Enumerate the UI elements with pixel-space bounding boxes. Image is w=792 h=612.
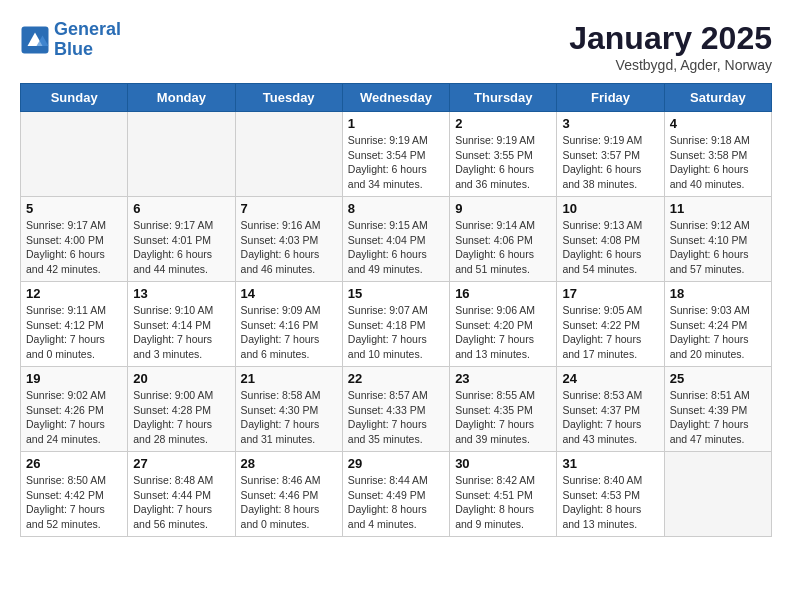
day-number: 15 xyxy=(348,286,444,301)
logo-line2: Blue xyxy=(54,40,121,60)
day-info: Sunrise: 9:15 AM Sunset: 4:04 PM Dayligh… xyxy=(348,218,444,277)
day-number: 17 xyxy=(562,286,658,301)
calendar-cell: 18Sunrise: 9:03 AM Sunset: 4:24 PM Dayli… xyxy=(664,282,771,367)
calendar-cell xyxy=(128,112,235,197)
day-number: 8 xyxy=(348,201,444,216)
day-number: 18 xyxy=(670,286,766,301)
day-info: Sunrise: 9:07 AM Sunset: 4:18 PM Dayligh… xyxy=(348,303,444,362)
calendar-cell: 9Sunrise: 9:14 AM Sunset: 4:06 PM Daylig… xyxy=(450,197,557,282)
subtitle: Vestbygd, Agder, Norway xyxy=(569,57,772,73)
calendar-cell: 17Sunrise: 9:05 AM Sunset: 4:22 PM Dayli… xyxy=(557,282,664,367)
day-header-thursday: Thursday xyxy=(450,84,557,112)
logo: General Blue xyxy=(20,20,121,60)
day-number: 28 xyxy=(241,456,337,471)
calendar-cell: 11Sunrise: 9:12 AM Sunset: 4:10 PM Dayli… xyxy=(664,197,771,282)
day-number: 12 xyxy=(26,286,122,301)
day-info: Sunrise: 9:09 AM Sunset: 4:16 PM Dayligh… xyxy=(241,303,337,362)
calendar-cell: 4Sunrise: 9:18 AM Sunset: 3:58 PM Daylig… xyxy=(664,112,771,197)
calendar-cell: 30Sunrise: 8:42 AM Sunset: 4:51 PM Dayli… xyxy=(450,452,557,537)
day-number: 11 xyxy=(670,201,766,216)
week-row-2: 5Sunrise: 9:17 AM Sunset: 4:00 PM Daylig… xyxy=(21,197,772,282)
day-header-sunday: Sunday xyxy=(21,84,128,112)
logo-text: General Blue xyxy=(54,20,121,60)
week-row-5: 26Sunrise: 8:50 AM Sunset: 4:42 PM Dayli… xyxy=(21,452,772,537)
calendar-cell: 8Sunrise: 9:15 AM Sunset: 4:04 PM Daylig… xyxy=(342,197,449,282)
day-number: 7 xyxy=(241,201,337,216)
day-number: 3 xyxy=(562,116,658,131)
day-number: 24 xyxy=(562,371,658,386)
day-number: 9 xyxy=(455,201,551,216)
day-header-friday: Friday xyxy=(557,84,664,112)
day-info: Sunrise: 8:46 AM Sunset: 4:46 PM Dayligh… xyxy=(241,473,337,532)
page-header: General Blue January 2025 Vestbygd, Agde… xyxy=(20,20,772,73)
day-info: Sunrise: 9:00 AM Sunset: 4:28 PM Dayligh… xyxy=(133,388,229,447)
calendar-cell: 12Sunrise: 9:11 AM Sunset: 4:12 PM Dayli… xyxy=(21,282,128,367)
day-info: Sunrise: 9:10 AM Sunset: 4:14 PM Dayligh… xyxy=(133,303,229,362)
day-info: Sunrise: 8:57 AM Sunset: 4:33 PM Dayligh… xyxy=(348,388,444,447)
day-number: 4 xyxy=(670,116,766,131)
calendar-cell: 16Sunrise: 9:06 AM Sunset: 4:20 PM Dayli… xyxy=(450,282,557,367)
day-number: 14 xyxy=(241,286,337,301)
calendar-cell: 21Sunrise: 8:58 AM Sunset: 4:30 PM Dayli… xyxy=(235,367,342,452)
calendar-cell: 15Sunrise: 9:07 AM Sunset: 4:18 PM Dayli… xyxy=(342,282,449,367)
day-info: Sunrise: 9:19 AM Sunset: 3:54 PM Dayligh… xyxy=(348,133,444,192)
day-info: Sunrise: 9:11 AM Sunset: 4:12 PM Dayligh… xyxy=(26,303,122,362)
day-number: 26 xyxy=(26,456,122,471)
calendar-cell: 6Sunrise: 9:17 AM Sunset: 4:01 PM Daylig… xyxy=(128,197,235,282)
day-number: 16 xyxy=(455,286,551,301)
day-info: Sunrise: 9:13 AM Sunset: 4:08 PM Dayligh… xyxy=(562,218,658,277)
day-info: Sunrise: 9:12 AM Sunset: 4:10 PM Dayligh… xyxy=(670,218,766,277)
day-info: Sunrise: 9:14 AM Sunset: 4:06 PM Dayligh… xyxy=(455,218,551,277)
calendar-cell: 24Sunrise: 8:53 AM Sunset: 4:37 PM Dayli… xyxy=(557,367,664,452)
day-number: 25 xyxy=(670,371,766,386)
day-info: Sunrise: 9:19 AM Sunset: 3:55 PM Dayligh… xyxy=(455,133,551,192)
day-info: Sunrise: 9:19 AM Sunset: 3:57 PM Dayligh… xyxy=(562,133,658,192)
calendar-cell: 25Sunrise: 8:51 AM Sunset: 4:39 PM Dayli… xyxy=(664,367,771,452)
calendar-cell: 31Sunrise: 8:40 AM Sunset: 4:53 PM Dayli… xyxy=(557,452,664,537)
calendar-cell: 7Sunrise: 9:16 AM Sunset: 4:03 PM Daylig… xyxy=(235,197,342,282)
day-info: Sunrise: 9:05 AM Sunset: 4:22 PM Dayligh… xyxy=(562,303,658,362)
calendar-cell: 22Sunrise: 8:57 AM Sunset: 4:33 PM Dayli… xyxy=(342,367,449,452)
week-row-3: 12Sunrise: 9:11 AM Sunset: 4:12 PM Dayli… xyxy=(21,282,772,367)
calendar-cell: 28Sunrise: 8:46 AM Sunset: 4:46 PM Dayli… xyxy=(235,452,342,537)
calendar-cell xyxy=(664,452,771,537)
week-row-4: 19Sunrise: 9:02 AM Sunset: 4:26 PM Dayli… xyxy=(21,367,772,452)
day-info: Sunrise: 8:55 AM Sunset: 4:35 PM Dayligh… xyxy=(455,388,551,447)
day-number: 10 xyxy=(562,201,658,216)
calendar-cell: 1Sunrise: 9:19 AM Sunset: 3:54 PM Daylig… xyxy=(342,112,449,197)
day-number: 22 xyxy=(348,371,444,386)
day-number: 5 xyxy=(26,201,122,216)
calendar-cell: 10Sunrise: 9:13 AM Sunset: 4:08 PM Dayli… xyxy=(557,197,664,282)
day-info: Sunrise: 9:06 AM Sunset: 4:20 PM Dayligh… xyxy=(455,303,551,362)
calendar-cell: 13Sunrise: 9:10 AM Sunset: 4:14 PM Dayli… xyxy=(128,282,235,367)
day-info: Sunrise: 8:42 AM Sunset: 4:51 PM Dayligh… xyxy=(455,473,551,532)
calendar-header-row: SundayMondayTuesdayWednesdayThursdayFrid… xyxy=(21,84,772,112)
day-number: 21 xyxy=(241,371,337,386)
day-info: Sunrise: 8:51 AM Sunset: 4:39 PM Dayligh… xyxy=(670,388,766,447)
day-info: Sunrise: 9:16 AM Sunset: 4:03 PM Dayligh… xyxy=(241,218,337,277)
day-header-saturday: Saturday xyxy=(664,84,771,112)
calendar-cell: 29Sunrise: 8:44 AM Sunset: 4:49 PM Dayli… xyxy=(342,452,449,537)
calendar-cell: 19Sunrise: 9:02 AM Sunset: 4:26 PM Dayli… xyxy=(21,367,128,452)
calendar-cell: 2Sunrise: 9:19 AM Sunset: 3:55 PM Daylig… xyxy=(450,112,557,197)
calendar-cell: 23Sunrise: 8:55 AM Sunset: 4:35 PM Dayli… xyxy=(450,367,557,452)
day-header-wednesday: Wednesday xyxy=(342,84,449,112)
day-number: 13 xyxy=(133,286,229,301)
calendar-cell: 26Sunrise: 8:50 AM Sunset: 4:42 PM Dayli… xyxy=(21,452,128,537)
day-header-monday: Monday xyxy=(128,84,235,112)
calendar-cell: 14Sunrise: 9:09 AM Sunset: 4:16 PM Dayli… xyxy=(235,282,342,367)
day-info: Sunrise: 8:40 AM Sunset: 4:53 PM Dayligh… xyxy=(562,473,658,532)
day-info: Sunrise: 8:48 AM Sunset: 4:44 PM Dayligh… xyxy=(133,473,229,532)
day-info: Sunrise: 9:17 AM Sunset: 4:01 PM Dayligh… xyxy=(133,218,229,277)
logo-line1: General xyxy=(54,19,121,39)
day-number: 20 xyxy=(133,371,229,386)
day-info: Sunrise: 8:50 AM Sunset: 4:42 PM Dayligh… xyxy=(26,473,122,532)
calendar-cell: 20Sunrise: 9:00 AM Sunset: 4:28 PM Dayli… xyxy=(128,367,235,452)
day-number: 19 xyxy=(26,371,122,386)
day-info: Sunrise: 9:18 AM Sunset: 3:58 PM Dayligh… xyxy=(670,133,766,192)
day-number: 6 xyxy=(133,201,229,216)
main-title: January 2025 xyxy=(569,20,772,57)
day-number: 29 xyxy=(348,456,444,471)
week-row-1: 1Sunrise: 9:19 AM Sunset: 3:54 PM Daylig… xyxy=(21,112,772,197)
title-block: January 2025 Vestbygd, Agder, Norway xyxy=(569,20,772,73)
